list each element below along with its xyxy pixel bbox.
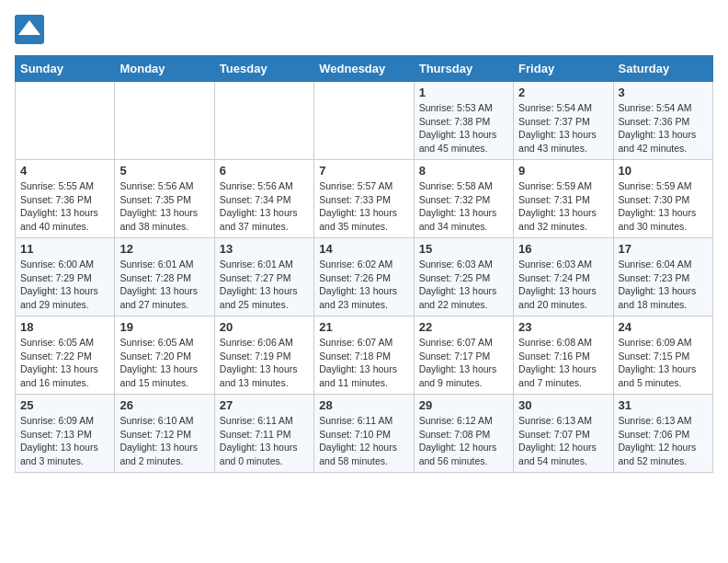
logo-icon bbox=[15, 15, 44, 44]
calendar-cell: 16Sunrise: 6:03 AM Sunset: 7:24 PM Dayli… bbox=[514, 238, 613, 316]
day-number: 24 bbox=[619, 320, 708, 334]
day-info: Sunrise: 6:07 AM Sunset: 7:17 PM Dayligh… bbox=[419, 336, 508, 390]
day-info: Sunrise: 5:55 AM Sunset: 7:36 PM Dayligh… bbox=[20, 179, 109, 234]
day-info: Sunrise: 6:01 AM Sunset: 7:28 PM Dayligh… bbox=[119, 258, 209, 312]
day-number: 22 bbox=[419, 320, 508, 334]
day-number: 4 bbox=[20, 164, 109, 178]
calendar-header: SundayMondayTuesdayWednesdayThursdayFrid… bbox=[16, 56, 713, 82]
day-info: Sunrise: 5:59 AM Sunset: 7:31 PM Dayligh… bbox=[518, 179, 608, 234]
day-number: 26 bbox=[119, 398, 209, 412]
calendar-cell: 6Sunrise: 5:56 AM Sunset: 7:34 PM Daylig… bbox=[214, 160, 313, 238]
day-info: Sunrise: 6:09 AM Sunset: 7:13 PM Dayligh… bbox=[20, 414, 109, 468]
day-number: 2 bbox=[518, 86, 608, 99]
day-number: 19 bbox=[119, 320, 209, 334]
day-info: Sunrise: 6:01 AM Sunset: 7:27 PM Dayligh… bbox=[220, 258, 309, 312]
day-info: Sunrise: 5:54 AM Sunset: 7:37 PM Dayligh… bbox=[518, 101, 608, 155]
calendar-cell: 25Sunrise: 6:09 AM Sunset: 7:13 PM Dayli… bbox=[16, 395, 115, 473]
calendar-cell bbox=[214, 82, 313, 160]
calendar-cell: 11Sunrise: 6:00 AM Sunset: 7:29 PM Dayli… bbox=[16, 238, 115, 316]
day-number: 31 bbox=[619, 398, 708, 412]
calendar-cell bbox=[314, 82, 414, 160]
page-header bbox=[15, 15, 713, 44]
calendar-cell: 17Sunrise: 6:04 AM Sunset: 7:23 PM Dayli… bbox=[613, 238, 712, 316]
day-info: Sunrise: 6:03 AM Sunset: 7:25 PM Dayligh… bbox=[419, 258, 508, 312]
calendar-body: 1Sunrise: 5:53 AM Sunset: 7:38 PM Daylig… bbox=[16, 82, 713, 473]
calendar-cell: 7Sunrise: 5:57 AM Sunset: 7:33 PM Daylig… bbox=[314, 160, 414, 238]
calendar-cell: 8Sunrise: 5:58 AM Sunset: 7:32 PM Daylig… bbox=[414, 160, 513, 238]
day-info: Sunrise: 6:11 AM Sunset: 7:10 PM Dayligh… bbox=[319, 414, 408, 468]
header-row: SundayMondayTuesdayWednesdayThursdayFrid… bbox=[16, 56, 713, 82]
day-info: Sunrise: 6:05 AM Sunset: 7:22 PM Dayligh… bbox=[20, 336, 109, 390]
day-info: Sunrise: 5:59 AM Sunset: 7:30 PM Dayligh… bbox=[619, 179, 708, 234]
day-info: Sunrise: 6:09 AM Sunset: 7:15 PM Dayligh… bbox=[619, 336, 708, 390]
day-number: 25 bbox=[20, 398, 109, 412]
day-number: 18 bbox=[20, 320, 109, 334]
day-number: 9 bbox=[518, 164, 608, 178]
day-info: Sunrise: 6:05 AM Sunset: 7:20 PM Dayligh… bbox=[119, 336, 209, 390]
calendar-week: 25Sunrise: 6:09 AM Sunset: 7:13 PM Dayli… bbox=[16, 395, 713, 473]
day-info: Sunrise: 6:02 AM Sunset: 7:26 PM Dayligh… bbox=[319, 258, 408, 312]
day-info: Sunrise: 6:03 AM Sunset: 7:24 PM Dayligh… bbox=[518, 258, 608, 312]
header-day: Wednesday bbox=[314, 56, 414, 82]
header-day: Saturday bbox=[613, 56, 712, 82]
calendar-cell bbox=[115, 82, 214, 160]
day-number: 21 bbox=[319, 320, 408, 334]
day-number: 23 bbox=[518, 320, 608, 334]
calendar-cell: 27Sunrise: 6:11 AM Sunset: 7:11 PM Dayli… bbox=[214, 395, 313, 473]
day-info: Sunrise: 6:06 AM Sunset: 7:19 PM Dayligh… bbox=[220, 336, 309, 390]
calendar-cell: 12Sunrise: 6:01 AM Sunset: 7:28 PM Dayli… bbox=[115, 238, 214, 316]
calendar-week: 11Sunrise: 6:00 AM Sunset: 7:29 PM Dayli… bbox=[16, 238, 713, 316]
day-info: Sunrise: 6:13 AM Sunset: 7:06 PM Dayligh… bbox=[619, 414, 708, 468]
day-number: 15 bbox=[419, 242, 508, 256]
day-info: Sunrise: 5:57 AM Sunset: 7:33 PM Dayligh… bbox=[319, 179, 408, 234]
day-info: Sunrise: 6:00 AM Sunset: 7:29 PM Dayligh… bbox=[20, 258, 109, 312]
calendar-cell bbox=[16, 82, 115, 160]
calendar-cell: 26Sunrise: 6:10 AM Sunset: 7:12 PM Dayli… bbox=[115, 395, 214, 473]
day-info: Sunrise: 5:54 AM Sunset: 7:36 PM Dayligh… bbox=[619, 101, 708, 155]
calendar-cell: 24Sunrise: 6:09 AM Sunset: 7:15 PM Dayli… bbox=[613, 316, 712, 395]
day-info: Sunrise: 6:08 AM Sunset: 7:16 PM Dayligh… bbox=[518, 336, 608, 390]
day-number: 30 bbox=[518, 398, 608, 412]
day-info: Sunrise: 5:53 AM Sunset: 7:38 PM Dayligh… bbox=[419, 101, 508, 155]
calendar-cell: 5Sunrise: 5:56 AM Sunset: 7:35 PM Daylig… bbox=[115, 160, 214, 238]
calendar-cell: 10Sunrise: 5:59 AM Sunset: 7:30 PM Dayli… bbox=[613, 160, 712, 238]
calendar-cell: 19Sunrise: 6:05 AM Sunset: 7:20 PM Dayli… bbox=[115, 316, 214, 395]
calendar-cell: 31Sunrise: 6:13 AM Sunset: 7:06 PM Dayli… bbox=[613, 395, 712, 473]
calendar-cell: 2Sunrise: 5:54 AM Sunset: 7:37 PM Daylig… bbox=[514, 82, 613, 160]
calendar-cell: 23Sunrise: 6:08 AM Sunset: 7:16 PM Dayli… bbox=[514, 316, 613, 395]
calendar-cell: 15Sunrise: 6:03 AM Sunset: 7:25 PM Dayli… bbox=[414, 238, 513, 316]
day-number: 6 bbox=[220, 164, 309, 178]
calendar-cell: 28Sunrise: 6:11 AM Sunset: 7:10 PM Dayli… bbox=[314, 395, 414, 473]
header-day: Monday bbox=[115, 56, 214, 82]
day-number: 29 bbox=[419, 398, 508, 412]
day-info: Sunrise: 6:04 AM Sunset: 7:23 PM Dayligh… bbox=[619, 258, 708, 312]
calendar-cell: 14Sunrise: 6:02 AM Sunset: 7:26 PM Dayli… bbox=[314, 238, 414, 316]
day-number: 20 bbox=[220, 320, 309, 334]
calendar-week: 18Sunrise: 6:05 AM Sunset: 7:22 PM Dayli… bbox=[16, 316, 713, 395]
day-number: 28 bbox=[319, 398, 408, 412]
calendar-cell: 4Sunrise: 5:55 AM Sunset: 7:36 PM Daylig… bbox=[16, 160, 115, 238]
calendar-cell: 9Sunrise: 5:59 AM Sunset: 7:31 PM Daylig… bbox=[514, 160, 613, 238]
calendar-week: 4Sunrise: 5:55 AM Sunset: 7:36 PM Daylig… bbox=[16, 160, 713, 238]
day-info: Sunrise: 5:58 AM Sunset: 7:32 PM Dayligh… bbox=[419, 179, 508, 234]
day-number: 3 bbox=[619, 86, 708, 99]
calendar-cell: 1Sunrise: 5:53 AM Sunset: 7:38 PM Daylig… bbox=[414, 82, 513, 160]
header-day: Thursday bbox=[414, 56, 513, 82]
header-day: Sunday bbox=[16, 56, 115, 82]
calendar-cell: 29Sunrise: 6:12 AM Sunset: 7:08 PM Dayli… bbox=[414, 395, 513, 473]
day-info: Sunrise: 6:10 AM Sunset: 7:12 PM Dayligh… bbox=[119, 414, 209, 468]
calendar-table: SundayMondayTuesdayWednesdayThursdayFrid… bbox=[15, 55, 713, 473]
header-day: Tuesday bbox=[214, 56, 313, 82]
day-number: 5 bbox=[119, 164, 209, 178]
day-number: 12 bbox=[119, 242, 209, 256]
day-info: Sunrise: 5:56 AM Sunset: 7:35 PM Dayligh… bbox=[119, 179, 209, 234]
day-number: 1 bbox=[419, 86, 508, 99]
day-number: 16 bbox=[518, 242, 608, 256]
day-number: 7 bbox=[319, 164, 408, 178]
day-info: Sunrise: 6:13 AM Sunset: 7:07 PM Dayligh… bbox=[518, 414, 608, 468]
day-info: Sunrise: 6:12 AM Sunset: 7:08 PM Dayligh… bbox=[419, 414, 508, 468]
day-number: 27 bbox=[220, 398, 309, 412]
day-number: 13 bbox=[220, 242, 309, 256]
day-info: Sunrise: 5:56 AM Sunset: 7:34 PM Dayligh… bbox=[220, 179, 309, 234]
calendar-cell: 22Sunrise: 6:07 AM Sunset: 7:17 PM Dayli… bbox=[414, 316, 513, 395]
